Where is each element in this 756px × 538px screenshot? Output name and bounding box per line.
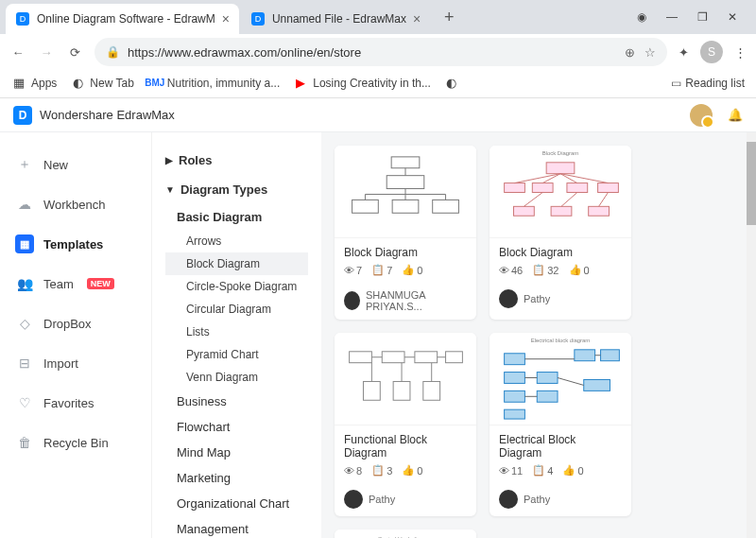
category-basic-diagram[interactable]: Basic Diagram [165,204,308,230]
category-item[interactable]: Business [165,389,308,414]
subcategory-item[interactable]: Circular Diagram [165,298,308,321]
sidebar-item-dropbox[interactable]: ◇DropBox [9,306,142,340]
sidebar-item-import[interactable]: ⊟Import [9,346,142,380]
category-item[interactable]: Marketing [165,465,308,491]
address-bar[interactable]: 🔒 https://www.edrawmax.com/online/en/sto… [94,38,667,66]
category-header-roles[interactable]: ▶Roles [165,146,308,175]
category-item[interactable]: Management [165,516,308,538]
user-avatar[interactable] [690,104,713,127]
category-header-diagram-types[interactable]: ▼Diagram Types [165,175,308,204]
category-item[interactable]: Mind Map [165,440,308,465]
subcategory-item[interactable]: Circle-Spoke Diagram [165,275,308,298]
logo-mark-icon: D [13,106,32,125]
svg-rect-47 [505,409,525,419]
browser-tab-active[interactable]: D Online Diagram Software - EdrawM × [6,4,239,34]
templates-icon: ▦ [15,234,34,253]
template-stats: 👁7 📋7 👍0 [344,264,467,276]
browser-profile-avatar[interactable]: S [700,41,723,63]
close-icon[interactable]: × [222,11,230,26]
lock-icon: 🔒 [106,45,120,59]
sidebar-item-templates[interactable]: ▦Templates [9,227,142,261]
author-avatar [344,490,363,509]
template-author[interactable]: Pathy [490,484,631,516]
svg-text:D: D [255,14,262,24]
tab-favicon: D [250,11,266,26]
content-area: ▶Roles ▼Diagram Types Basic Diagram Arro… [151,132,756,538]
close-window-button[interactable]: ✕ [726,10,739,24]
svg-text:D: D [20,14,26,24]
sidebar-item-workbench[interactable]: ☁Workbench [9,187,142,221]
svg-rect-30 [350,352,372,363]
svg-rect-16 [505,183,525,193]
app-sidebar: ＋New ☁Workbench ▦Templates 👥TeamNEW ◇Dro… [0,132,151,538]
template-card[interactable]: Control block diagram [335,529,476,538]
subcategory-item-active[interactable]: Block Diagram [165,252,308,275]
new-tab-button[interactable]: + [436,4,462,30]
bookmark-item[interactable]: BMJNutrition, immunity a... [147,76,280,91]
vertical-scrollbar[interactable] [747,132,756,538]
svg-rect-6 [352,200,379,213]
sidebar-item-new[interactable]: ＋New [9,148,142,182]
browser-tab[interactable]: D Unnamed File - EdrawMax × [241,4,430,34]
svg-text:Block Diagram: Block Diagram [542,150,579,156]
close-icon[interactable]: × [413,11,421,26]
svg-rect-52 [584,379,610,390]
svg-rect-49 [537,390,558,402]
apps-shortcut[interactable]: ▦Apps [11,76,57,91]
sidebar-item-recycle[interactable]: 🗑Recycle Bin [9,425,142,460]
template-card[interactable]: Functional Block Diagram 👁8 📋3 👍0 Pathy [335,333,476,516]
category-item[interactable]: Organizational Chart [165,491,308,516]
search-icon[interactable]: ⊕ [625,45,635,60]
svg-rect-18 [567,183,588,193]
extensions-icon[interactable]: ✦ [679,45,689,60]
tab-title: Online Diagram Software - EdrawM [37,12,215,26]
bookmark-star-icon[interactable]: ☆ [644,45,656,60]
subcategory-item[interactable]: Arrows [165,230,308,252]
scrollbar-thumb[interactable] [747,142,756,225]
minimize-button[interactable]: — [665,10,679,24]
template-author[interactable]: SHANMUGA PRIYAN.S... [335,284,476,320]
like-icon: 👍 [562,464,576,477]
like-icon: 👍 [569,264,582,276]
window-controls: ◉ — ❐ ✕ [635,10,750,24]
sidebar-item-favorites[interactable]: ♡Favorites [9,386,142,420]
sidebar-item-team[interactable]: 👥TeamNEW [9,267,142,301]
template-author[interactable]: Pathy [335,484,476,516]
bell-icon[interactable]: 🔔 [728,108,743,122]
back-button[interactable]: ← [9,45,26,60]
team-icon: 👥 [15,274,34,293]
svg-rect-44 [505,354,525,365]
eye-icon: 👁 [499,265,509,276]
app-logo[interactable]: D Wondershare EdrawMax [13,106,175,125]
bookmark-item[interactable]: ◐ [444,76,459,91]
caret-right-icon: ▶ [165,155,173,165]
reload-button[interactable]: ⟳ [66,45,83,60]
template-thumbnail [335,333,476,425]
template-card[interactable]: Block Diagram 👁7 📋7 👍0 SHANMUGA PRIYAN.S… [335,146,476,320]
dropbox-icon: ◇ [15,314,34,333]
author-avatar [344,291,360,310]
template-title: Functional Block Diagram [344,433,467,460]
trash-icon: 🗑 [15,433,34,452]
reading-list-button[interactable]: ▭Reading list [671,77,745,90]
new-badge: NEW [87,278,114,289]
author-avatar [499,289,518,308]
subcategory-item[interactable]: Pyramid Chart [165,343,308,366]
chrome-menu-icon[interactable]: ⋮ [734,45,747,60]
forward-button[interactable]: → [38,45,55,60]
template-card[interactable]: Block Diagram Block Diagram 👁46 📋32 👍0 P… [490,146,631,320]
svg-line-23 [515,174,561,183]
eye-icon: 👁 [499,465,509,477]
bookmark-item[interactable]: ▶Losing Creativity in th... [293,76,431,91]
category-item[interactable]: Flowchart [165,414,308,440]
bookmark-item[interactable]: ◐New Tab [70,76,133,91]
template-card[interactable]: Electrical block diagram Electrical Bloc… [490,333,631,516]
subcategory-item[interactable]: Lists [165,321,308,343]
subcategory-item[interactable]: Venn Diagram [165,366,308,389]
maximize-button[interactable]: ❐ [696,10,709,24]
svg-rect-17 [532,183,553,193]
template-author[interactable]: Pathy [490,284,631,316]
copy-icon: 📋 [371,264,385,276]
svg-rect-31 [382,352,404,363]
plus-icon: ＋ [15,155,34,174]
